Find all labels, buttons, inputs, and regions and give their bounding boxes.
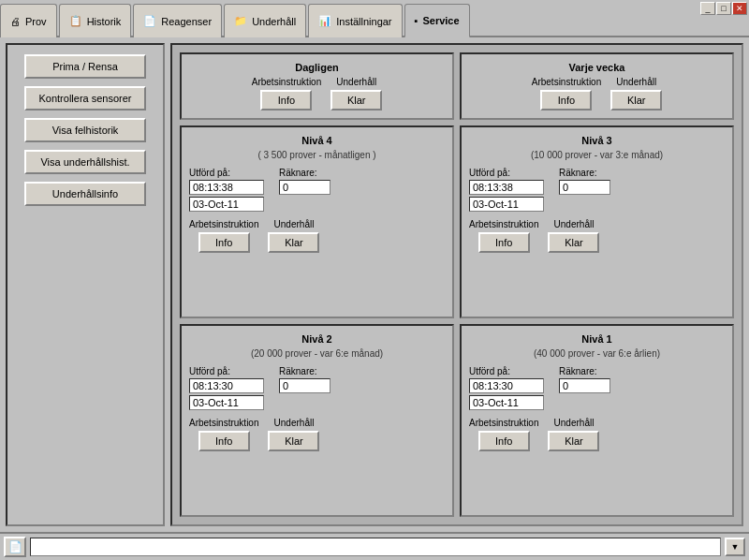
niva1-action-row: Arbetsinstruktion Info Underhåll Klar <box>469 418 725 451</box>
niva3-action-row: Arbetsinstruktion Info Underhåll Klar <box>469 219 725 253</box>
niva1-raknare-label: Räknare: <box>559 366 610 376</box>
niva2-info-row: Utförd på: 08:13:30 03-Oct-11 Räknare: 0 <box>189 366 445 410</box>
niva3-klar-button[interactable]: Klar <box>548 232 599 253</box>
right-panel: Dagligen Arbetsinstruktion Info Underhål… <box>170 43 743 526</box>
niva2-title: Nivå 2 <box>189 333 445 345</box>
maximize-button[interactable]: □ <box>716 2 731 15</box>
niva4-subtitle: ( 3 500 prover - månatligen ) <box>189 150 445 160</box>
close-button[interactable]: ✕ <box>732 2 747 15</box>
niva3-section: Nivå 3 (10 000 prover - var 3:e månad) U… <box>460 125 734 318</box>
reagenser-icon: 📄 <box>143 15 156 27</box>
niva2-utford-group: Utförd på: 08:13:30 03-Oct-11 <box>189 366 264 410</box>
tab-service[interactable]: ▪ Service <box>404 4 470 37</box>
niva2-klar-button[interactable]: Klar <box>268 431 319 451</box>
daily-arbets-label: Arbetsinstruktion <box>252 77 321 87</box>
niva4-arbets-label: Arbetsinstruktion <box>189 219 258 229</box>
niva3-subtitle: (10 000 prover - var 3:e månad) <box>469 150 725 160</box>
niva4-klar-button[interactable]: Klar <box>268 232 319 253</box>
weekly-klar-button[interactable]: Klar <box>610 90 662 111</box>
niva3-info-button[interactable]: Info <box>478 232 530 253</box>
weekly-arbets-label: Arbetsinstruktion <box>532 77 601 87</box>
niva1-title: Nivå 1 <box>469 333 725 345</box>
service-icon: ▪ <box>415 15 419 26</box>
status-bar: 📄 ▼ <box>0 532 749 560</box>
niva1-utford-label: Utförd på: <box>469 366 544 376</box>
niva1-klar-button[interactable]: Klar <box>548 431 599 451</box>
niva3-utford-date: 08:13:38 <box>469 180 544 195</box>
niva3-underhall-label: Underhåll <box>554 219 595 229</box>
weekly-underhall-label: Underhåll <box>616 77 656 87</box>
daily-info-button[interactable]: Info <box>260 90 312 111</box>
status-icon-button[interactable]: 📄 <box>4 537 26 557</box>
niva4-info-row: Utförd på: 08:13:38 03-Oct-11 Räknare: 0 <box>189 168 445 212</box>
daily-action-row: Arbetsinstruktion Info Underhåll Klar <box>252 77 382 111</box>
niva2-action-row: Arbetsinstruktion Info Underhåll Klar <box>189 418 445 451</box>
installningar-icon: 📊 <box>318 15 331 27</box>
niva3-raknare-value: 0 <box>559 180 610 195</box>
tab-reagenser[interactable]: 📄 Reagenser <box>133 4 222 37</box>
status-doc-icon: 📄 <box>8 540 22 553</box>
niva1-info-button[interactable]: Info <box>478 431 530 451</box>
weekly-title: Varje vecka <box>569 62 625 73</box>
niva4-utford-date: 08:13:38 <box>189 180 264 195</box>
weekly-section: Varje vecka Arbetsinstruktion Info Under… <box>460 52 734 120</box>
niva4-info-button[interactable]: Info <box>198 232 250 253</box>
niva4-section: Nivå 4 ( 3 500 prover - månatligen ) Utf… <box>180 125 454 318</box>
daily-klar-button[interactable]: Klar <box>330 90 382 111</box>
niva2-info-button[interactable]: Info <box>198 431 250 451</box>
niva4-raknare-value: 0 <box>279 180 330 195</box>
visa-felhistorik-button[interactable]: Visa felhistorik <box>24 118 146 142</box>
dropdown-arrow-icon: ▼ <box>731 542 740 552</box>
niva3-utford-date2: 03-Oct-11 <box>469 197 544 212</box>
daily-title: Dagligen <box>295 62 338 73</box>
prima-rensa-button[interactable]: Prima / Rensa <box>24 54 146 79</box>
niva1-arbets-label: Arbetsinstruktion <box>469 418 538 428</box>
kontrollera-sensorer-button[interactable]: Kontrollera sensorer <box>24 86 146 111</box>
tab-prov[interactable]: 🖨 Prov <box>0 4 57 37</box>
niva3-raknare-group: Räknare: 0 <box>559 168 610 212</box>
niva2-subtitle: (20 000 prover - var 6:e månad) <box>189 348 445 359</box>
tab-underhall[interactable]: 📁 Underhåll <box>224 4 306 37</box>
niva4-title: Nivå 4 <box>189 135 445 146</box>
niva1-raknare-value: 0 <box>559 378 610 393</box>
visa-underhallshist-button[interactable]: Visa underhållshist. <box>24 150 146 174</box>
underhall-icon: 📁 <box>234 15 247 27</box>
niva3-utford-group: Utförd på: 08:13:38 03-Oct-11 <box>469 168 544 212</box>
daily-underhall-label: Underhåll <box>336 77 376 87</box>
tab-installningar[interactable]: 📊 Inställningar <box>308 4 402 37</box>
niva4-raknare-label: Räknare: <box>279 168 330 178</box>
niva1-underhall-label: Underhåll <box>554 418 595 428</box>
niva4-utford-group: Utförd på: 08:13:38 03-Oct-11 <box>189 168 264 212</box>
niva1-utford-date2: 03-Oct-11 <box>469 395 544 410</box>
niva2-utford-date2: 03-Oct-11 <box>189 395 264 410</box>
niva3-utford-label: Utförd på: <box>469 168 544 178</box>
niva3-raknare-label: Räknare: <box>559 168 610 178</box>
niva1-utford-date: 08:13:30 <box>469 378 544 393</box>
tab-historik[interactable]: 📋 Historik <box>59 4 132 37</box>
niva4-action-row: Arbetsinstruktion Info Underhåll Klar <box>189 219 445 253</box>
niva3-title: Nivå 3 <box>469 135 725 146</box>
weekly-action-row: Arbetsinstruktion Info Underhåll Klar <box>532 77 662 111</box>
tab-bar: 🖨 Prov 📋 Historik 📄 Reagenser 📁 Underhål… <box>0 0 749 37</box>
niva3-info-row: Utförd på: 08:13:38 03-Oct-11 Räknare: 0 <box>469 168 725 212</box>
niva2-arbets-label: Arbetsinstruktion <box>189 418 258 428</box>
niva2-utford-label: Utförd på: <box>189 366 264 376</box>
niva4-utford-date2: 03-Oct-11 <box>189 197 264 212</box>
niva2-raknare-group: Räknare: 0 <box>279 366 330 410</box>
niva3-arbets-label: Arbetsinstruktion <box>469 219 538 229</box>
niva4-raknare-group: Räknare: 0 <box>279 168 330 212</box>
main-content: Prima / Rensa Kontrollera sensorer Visa … <box>0 37 749 532</box>
left-panel: Prima / Rensa Kontrollera sensorer Visa … <box>6 43 165 526</box>
niva4-utford-label: Utförd på: <box>189 168 264 178</box>
weekly-info-button[interactable]: Info <box>540 90 592 111</box>
historik-icon: 📋 <box>69 15 82 27</box>
status-dropdown-button[interactable]: ▼ <box>725 538 745 556</box>
niva1-section: Nivå 1 (40 000 prover - var 6:e årlien) … <box>460 324 734 517</box>
niva2-raknare-value: 0 <box>279 378 330 393</box>
underhallsinfo-button[interactable]: Underhållsinfo <box>24 182 146 206</box>
niva1-raknare-group: Räknare: 0 <box>559 366 610 410</box>
minimize-button[interactable]: _ <box>700 2 715 15</box>
daily-section: Dagligen Arbetsinstruktion Info Underhål… <box>180 52 454 120</box>
niva2-raknare-label: Räknare: <box>279 366 330 376</box>
status-input[interactable] <box>30 538 721 556</box>
